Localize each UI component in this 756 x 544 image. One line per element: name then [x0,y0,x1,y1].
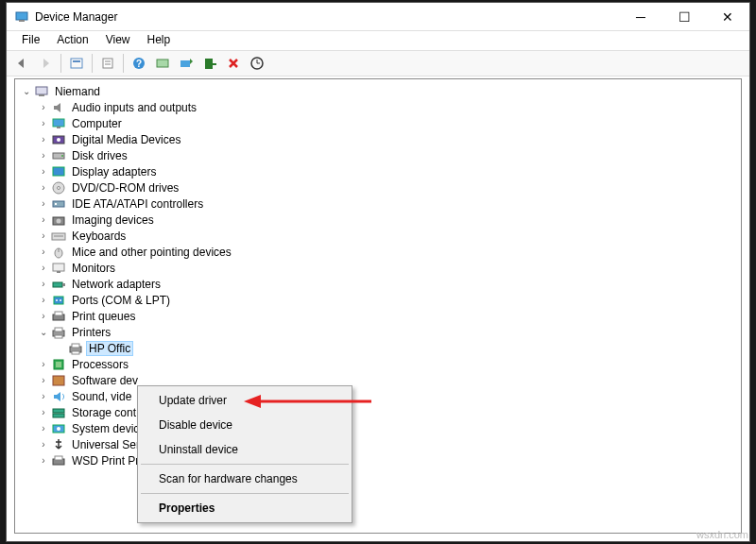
scan-button[interactable] [151,52,174,75]
device-tree[interactable]: ⌄Niemand›Audio inputs and outputs›Comput… [15,79,741,472]
expander-icon[interactable]: › [36,118,51,128]
expander-icon[interactable]: › [36,407,51,417]
tree-node-display[interactable]: ›Display adapters [15,163,741,179]
tree-node-port[interactable]: ›Ports (COM & LPT) [15,292,741,308]
toolbar-separator [92,54,93,73]
sound-icon [51,389,66,404]
tree-node-disk[interactable]: ›Disk drives [15,147,741,163]
expander-icon[interactable]: › [36,166,51,177]
tree-node-network[interactable]: ›Network adapters [15,276,741,292]
minimize-button[interactable]: ─ [619,3,662,31]
tree-node-cd[interactable]: ›DVD/CD-ROM drives [15,179,741,196]
tree-node-sound[interactable]: ›Sound, vide [15,388,741,404]
expander-icon[interactable]: › [36,198,51,209]
close-button[interactable]: ✕ [706,3,749,31]
context-item-update-driver[interactable]: Update driver [140,388,350,413]
menu-view[interactable]: View [98,31,138,50]
tree-node-speaker[interactable]: ›Audio inputs and outputs [15,99,741,115]
tree-label: Print queues [70,310,137,323]
media-icon [51,132,66,147]
expander-icon[interactable]: › [36,279,51,289]
expander-icon[interactable]: › [36,214,51,225]
help-button[interactable]: ? [128,52,150,75]
tree-leaf-printer[interactable]: HP Offic [15,340,741,356]
svg-rect-56 [55,456,62,460]
expander-icon[interactable]: › [36,246,51,257]
tree-node-system[interactable]: ›System devic [15,420,741,436]
forward-button[interactable] [34,52,57,75]
show-hidden-button[interactable] [65,52,88,75]
expander-icon[interactable]: › [36,134,51,144]
svg-rect-1 [19,20,25,22]
monitor-icon [51,116,66,131]
tree-root[interactable]: ⌄Niemand [15,83,741,99]
tree-label: Storage cont [70,406,138,419]
expander-icon[interactable]: › [36,375,51,385]
tree-node-keyboard[interactable]: ›Keyboards [15,228,741,244]
svg-rect-37 [54,297,63,304]
update-driver-button[interactable] [175,52,198,75]
expander-icon[interactable]: › [36,391,51,401]
app-icon [14,9,29,25]
disable-button[interactable] [222,52,245,75]
expander-icon[interactable]: › [36,439,51,450]
tree-node-media[interactable]: ›Digital Media Devices [15,131,741,147]
back-button[interactable] [10,52,33,75]
tree-node-usb[interactable]: ›Universal Ser [15,436,741,452]
tree-node-monitor[interactable]: ›Computer [15,115,741,131]
camera-icon [51,212,66,228]
context-menu: Update driverDisable deviceUninstall dev… [137,385,352,523]
expander-icon[interactable]: › [36,263,51,273]
toolbar-separator [60,54,61,73]
tree-node-printqueue[interactable]: ›Print queues [15,308,741,324]
cpu-icon [51,357,66,372]
uninstall-button[interactable] [198,52,221,75]
tree-node-ide[interactable]: ›IDE ATA/ATAPI controllers [15,196,741,212]
svg-rect-43 [55,328,62,332]
expander-icon[interactable]: › [36,455,51,466]
tree-node-printer[interactable]: ⌄Printers [15,324,741,340]
context-item-properties[interactable]: Properties [140,496,350,520]
toolbar-separator [123,54,124,73]
tree-label: Monitors [70,262,117,275]
tree-label: IDE ATA/ATAPI controllers [70,197,205,211]
svg-rect-49 [56,362,61,367]
port-icon [51,293,66,308]
tree-node-printqueue[interactable]: ›WSD Print Provider [15,452,741,468]
menu-help[interactable]: Help [140,31,179,50]
maximize-button[interactable]: ☐ [662,3,706,31]
tree-label: System devic [70,422,141,435]
tree-node-mouse[interactable]: ›Mice and other pointing devices [15,244,741,260]
expander-icon[interactable]: ⌄ [36,327,51,337]
properties-button[interactable] [96,52,119,75]
svg-rect-16 [53,119,64,127]
menu-action[interactable]: Action [49,31,95,50]
expander-icon[interactable]: › [36,295,51,305]
context-item-disable-device[interactable]: Disable device [140,413,350,437]
tree-node-monitor2[interactable]: ›Monitors [15,260,741,276]
expander-icon[interactable]: › [36,102,51,112]
svg-rect-14 [36,87,47,94]
expander-icon[interactable]: › [36,311,51,321]
expander-icon[interactable]: ⌄ [19,86,34,96]
tree-node-storage[interactable]: ›Storage cont [15,404,741,420]
storage-icon [51,405,66,420]
context-item-scan-for-hardware-changes[interactable]: Scan for hardware changes [140,467,350,491]
context-item-uninstall-device[interactable]: Uninstall device [140,437,350,462]
expander-icon[interactable]: › [36,423,51,434]
expander-icon[interactable]: › [36,230,51,241]
expander-icon[interactable]: › [36,359,51,369]
tree-node-cpu[interactable]: ›Processors [15,356,741,372]
disk-icon [51,148,66,163]
expander-icon[interactable]: › [36,182,51,193]
device-manager-window: Device Manager ─ ☐ ✕ File Action View He… [6,2,750,542]
menu-file[interactable]: File [14,31,47,50]
watermark: wsxdn.com [696,529,748,540]
scan-hardware-button[interactable] [246,52,268,75]
expander-icon[interactable]: › [36,150,51,161]
tree-node-software[interactable]: ›Software dev [15,372,741,388]
context-menu-separator [141,493,349,494]
svg-rect-26 [55,203,57,205]
titlebar[interactable]: Device Manager ─ ☐ ✕ [7,3,749,31]
tree-node-camera[interactable]: ›Imaging devices [15,212,741,228]
